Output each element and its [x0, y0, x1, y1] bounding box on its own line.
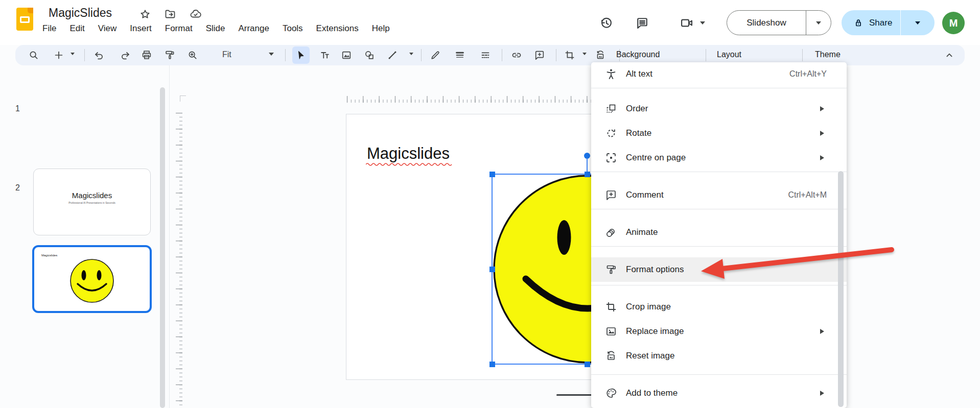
line-tool-dropdown-caret[interactable]	[409, 53, 413, 55]
menu-item-replace-image[interactable]: Replace image	[591, 319, 847, 344]
background-button[interactable]: Background	[616, 50, 660, 59]
comments-icon[interactable]	[635, 16, 649, 30]
replace-image-icon	[605, 325, 617, 338]
border-weight-icon[interactable]	[453, 49, 466, 62]
toolbar-separator	[421, 49, 422, 61]
share-button[interactable]: Share	[842, 10, 935, 35]
insert-link-icon[interactable]	[510, 49, 523, 62]
filmstrip-scrollbar[interactable]	[160, 87, 165, 408]
vertical-ruler	[175, 113, 182, 406]
resize-handle-bottom-center[interactable]	[585, 362, 590, 367]
menu-item-rotate[interactable]: Rotate	[591, 121, 847, 146]
layout-button[interactable]: Layout	[717, 50, 741, 59]
submenu-arrow-icon	[820, 131, 824, 136]
cloud-status-icon[interactable]	[190, 8, 202, 20]
slide-2-number: 2	[15, 183, 20, 193]
theme-button[interactable]: Theme	[815, 50, 841, 59]
menu-item-label: Comment	[626, 190, 788, 200]
slides-logo-icon[interactable]	[16, 8, 33, 31]
undo-button[interactable]	[92, 49, 106, 62]
menu-format[interactable]: Format	[158, 22, 199, 35]
menu-item-reset-image[interactable]: Reset image	[591, 344, 847, 368]
menu-file[interactable]: File	[36, 22, 63, 35]
text-box-tool-icon[interactable]	[318, 49, 332, 62]
menu-item-label: Centre on page	[626, 153, 820, 163]
menu-slide[interactable]: Slide	[199, 22, 232, 35]
chevron-down-icon	[816, 21, 821, 25]
resize-handle-top-left[interactable]	[489, 172, 495, 177]
menubar: File Edit View Insert Format Slide Arran…	[36, 22, 396, 35]
context-menu-scrollbar[interactable]	[838, 171, 844, 407]
line-tool-icon[interactable]	[386, 49, 399, 62]
paint-format-icon[interactable]	[163, 49, 176, 62]
menu-item-label: Format options	[626, 265, 847, 275]
menu-item-crop-image[interactable]: Crop image	[591, 295, 847, 319]
menu-view[interactable]: View	[91, 22, 124, 35]
slideshow-dropdown[interactable]	[806, 11, 831, 35]
rotation-handle[interactable]	[584, 153, 590, 159]
zoom-icon[interactable]	[186, 49, 199, 62]
crop-dropdown-caret[interactable]	[582, 53, 587, 55]
shape-tool-icon[interactable]	[363, 49, 376, 62]
menu-item-format-options[interactable]: Format options	[591, 257, 847, 282]
menu-item-comment[interactable]: Comment Ctrl+Alt+M	[591, 183, 847, 207]
new-slide-dropdown-caret[interactable]	[71, 53, 75, 55]
zoom-dropdown-caret[interactable]	[269, 53, 274, 56]
menu-item-label: Reset image	[626, 351, 847, 361]
slideshow-button[interactable]: Slideshow	[727, 10, 831, 35]
menu-item-alt-text[interactable]: Alt text Ctrl+Alt+Y	[591, 62, 847, 86]
share-dropdown[interactable]	[901, 21, 935, 25]
select-tool-button[interactable]	[292, 46, 310, 64]
new-slide-button[interactable]	[52, 49, 65, 62]
redo-button[interactable]	[119, 49, 132, 62]
print-button[interactable]	[140, 49, 153, 62]
toolbar-separator	[556, 49, 556, 61]
menu-extensions[interactable]: Extensions	[310, 22, 365, 35]
insert-image-icon[interactable]	[340, 49, 353, 62]
avatar[interactable]: M	[942, 12, 965, 34]
menu-item-centre-on-page[interactable]: Centre on page	[591, 146, 847, 170]
slide-1-thumbnail[interactable]: Magicslides Professional AI Presentation…	[33, 169, 151, 235]
menu-tools[interactable]: Tools	[276, 22, 310, 35]
menu-item-order[interactable]: Order	[591, 97, 847, 121]
video-call-dropdown-caret[interactable]	[700, 21, 705, 25]
zoom-level-value[interactable]: Fit	[222, 50, 231, 59]
menu-item-shortcut: Ctrl+Alt+Y	[789, 69, 827, 79]
pen-tool-icon[interactable]	[429, 49, 442, 62]
resize-handle-bottom-left[interactable]	[489, 362, 495, 367]
rotate-icon	[605, 127, 617, 139]
resize-handle-mid-left[interactable]	[489, 267, 495, 272]
toolbar-separator	[706, 49, 706, 61]
menu-item-add-to-theme[interactable]: Add to theme	[591, 381, 847, 405]
menu-edit[interactable]: Edit	[63, 22, 91, 35]
crop-image-icon[interactable]	[563, 49, 576, 62]
search-menus-icon[interactable]	[27, 49, 40, 62]
thumb-subtitle: Professional AI Presentations in Seconds	[34, 201, 150, 204]
google-slides-app: MagicSlides File Edit View Insert Format…	[0, 0, 980, 408]
resize-handle-top-center[interactable]	[585, 172, 590, 177]
menu-insert[interactable]: Insert	[123, 22, 158, 35]
thumb-title: Magicslides	[34, 191, 150, 200]
add-comment-icon[interactable]	[533, 49, 546, 62]
version-history-icon[interactable]	[599, 16, 614, 30]
order-icon	[605, 103, 617, 115]
slide-1-number: 1	[15, 104, 20, 113]
move-folder-icon[interactable]	[164, 8, 176, 20]
reset-image-icon[interactable]	[594, 49, 607, 62]
menu-separator	[591, 209, 847, 209]
star-icon[interactable]	[139, 8, 151, 20]
topbar: MagicSlides File Edit View Insert Format…	[0, 0, 980, 45]
slide-2-thumbnail-selected[interactable]: Magicslides	[32, 245, 152, 313]
submenu-arrow-icon	[820, 391, 824, 396]
menu-help[interactable]: Help	[365, 22, 396, 35]
menu-item-animate[interactable]: Animate	[591, 220, 847, 245]
smiley-thumbnail-icon	[67, 256, 116, 305]
add-comment-icon	[605, 189, 617, 201]
slide-title-text[interactable]: Magicslides	[367, 145, 450, 163]
menu-arrange[interactable]: Arrange	[231, 22, 275, 35]
context-menu: Alt text Ctrl+Alt+Y Order Rotate Centre …	[591, 62, 847, 408]
document-title[interactable]: MagicSlides	[49, 6, 112, 20]
collapse-toolbar-icon[interactable]	[943, 49, 956, 62]
video-call-icon[interactable]	[680, 16, 694, 30]
border-dash-icon[interactable]	[479, 49, 492, 62]
